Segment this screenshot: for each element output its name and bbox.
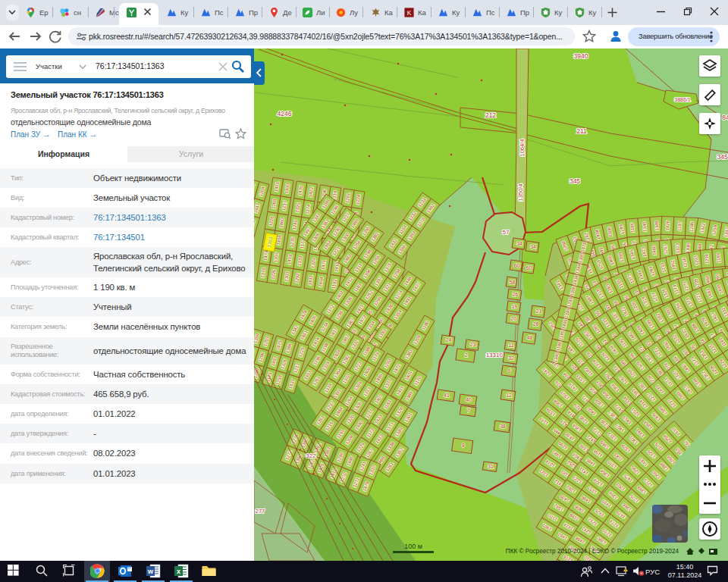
svg-text:12: 12 (506, 393, 512, 398)
svg-text:34: 34 (516, 241, 522, 246)
svg-text:1186: 1186 (629, 222, 635, 233)
svg-text:23: 23 (470, 342, 476, 347)
svg-text:84: 84 (722, 114, 728, 121)
svg-text:20: 20 (511, 316, 517, 321)
svg-text:1187: 1187 (677, 221, 682, 231)
svg-text:K: K (407, 9, 412, 17)
svg-text:48: 48 (527, 335, 533, 340)
svg-text:1323: 1323 (675, 242, 680, 253)
svg-text:11: 11 (508, 343, 513, 348)
svg-text:21: 21 (536, 308, 542, 314)
svg-text:7: 7 (467, 408, 470, 413)
svg-text:277: 277 (256, 508, 265, 515)
svg-text:31: 31 (488, 464, 494, 469)
svg-text:211: 211 (576, 127, 587, 135)
svg-text:ПКК © Росреестр 2010-2024 |: ПКК © Росреестр 2010-2024 | ЕЭКО © Росре… (506, 548, 679, 555)
svg-text:38: 38 (500, 424, 506, 429)
svg-text:26: 26 (513, 292, 519, 297)
svg-text:100 м: 100 м (404, 543, 422, 550)
svg-text:1214: 1214 (704, 253, 710, 264)
svg-text:2: 2 (465, 352, 468, 358)
svg-text:60: 60 (514, 263, 520, 268)
svg-text:322: 322 (306, 452, 316, 459)
svg-text:28: 28 (533, 321, 539, 327)
svg-text:40: 40 (466, 397, 472, 402)
svg-text:8: 8 (462, 443, 465, 448)
svg-text:1350/4: 1350/4 (517, 184, 524, 202)
svg-text:1480: 1480 (651, 245, 657, 255)
svg-text:1064/4: 1064/4 (519, 139, 526, 157)
svg-text:58: 58 (510, 280, 516, 285)
svg-text:1348: 1348 (654, 220, 659, 230)
svg-text:1330: 1330 (686, 242, 691, 253)
svg-text:1286: 1286 (689, 221, 695, 232)
svg-text:1426: 1426 (665, 220, 670, 230)
svg-text:w: w (147, 568, 154, 575)
svg-text:1297: 1297 (663, 243, 668, 254)
svg-text:57: 57 (503, 229, 510, 236)
svg-text:3940: 3940 (574, 52, 588, 60)
svg-text:4246: 4246 (278, 110, 292, 117)
svg-text:1340: 1340 (642, 221, 647, 232)
svg-text:19: 19 (512, 304, 518, 309)
svg-text:x: x (177, 568, 180, 575)
svg-text:60: 60 (526, 265, 532, 271)
svg-text:3450: 3450 (717, 153, 728, 161)
svg-text:32: 32 (508, 355, 514, 361)
svg-text:41: 41 (444, 393, 450, 398)
svg-text:345: 345 (570, 177, 580, 185)
svg-text:3886/1: 3886/1 (674, 97, 691, 102)
svg-text:212: 212 (485, 111, 496, 119)
svg-text:24: 24 (446, 337, 452, 343)
svg-text:6: 6 (508, 368, 511, 374)
svg-text:34: 34 (530, 244, 536, 249)
svg-text:1189: 1189 (716, 252, 721, 263)
